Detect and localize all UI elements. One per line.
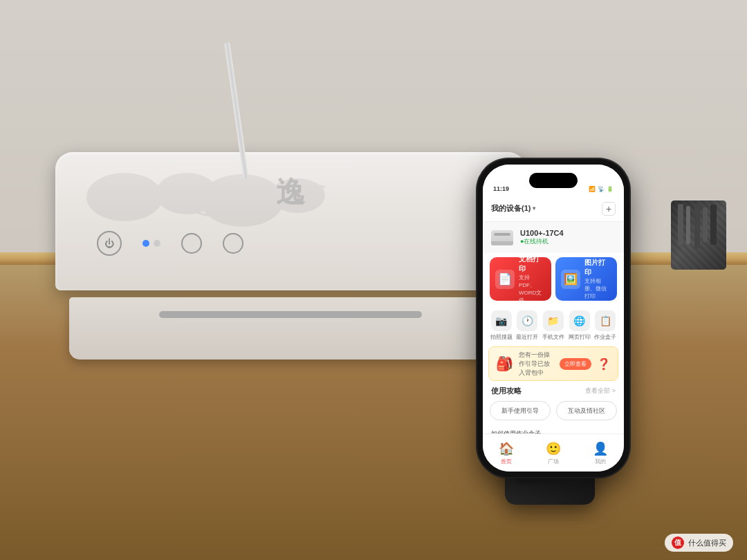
watermark: 值 什么值得买: [665, 534, 733, 552]
watermark-text: 什么值得买: [688, 538, 726, 548]
tool-web-label: 网页打印: [569, 333, 591, 341]
doc-btn-subtitle: 支持PDF、WORD文件: [519, 274, 546, 304]
nav-home[interactable]: 🏠 首页: [499, 441, 514, 465]
plaza-icon: 🙂: [546, 441, 561, 456]
status-icons: 📶 📡 🔋: [589, 186, 614, 192]
add-device-button[interactable]: +: [602, 202, 616, 216]
power-button[interactable]: ⏻: [97, 231, 122, 256]
doc-print-button[interactable]: 📄 文档打印 支持PDF、WORD文件: [490, 257, 551, 301]
svg-point-0: [86, 173, 163, 221]
chevron-down-icon: ▾: [533, 205, 535, 212]
home-icon: 🏠: [499, 441, 514, 456]
photo-print-icon: 🖼️: [561, 270, 580, 289]
printer-base: [69, 297, 512, 360]
homework-icon: 📋: [595, 310, 616, 331]
pen-2: [686, 206, 690, 244]
photo-print-button[interactable]: 🖼️ 图片打印 支持相册、微信打印: [555, 257, 617, 301]
device-selector[interactable]: 我的设备(1) ▾: [491, 203, 535, 214]
pen-5: [710, 205, 717, 245]
wifi-icon: 📡: [598, 186, 605, 192]
tool-camera[interactable]: 📷 拍照搜题: [490, 310, 513, 341]
pen-1: [678, 204, 683, 245]
nav-plaza-label: 广场: [548, 458, 559, 465]
paper-slot: [159, 311, 422, 318]
device-status: ●在线待机: [520, 237, 564, 246]
photo-btn-subtitle: 支持相册、微信打印: [584, 277, 611, 300]
dynamic-island: [529, 173, 578, 188]
phone-screen: 11:19 📶 📡 🔋 我的设备(1) ▾ + U100+-17C4 ●: [483, 165, 624, 472]
files-icon: 📁: [543, 310, 564, 331]
doc-btn-title: 文档打印: [519, 254, 546, 274]
pen-3: [694, 204, 700, 249]
tips-header: 使用攻略 查看全部 >: [491, 386, 616, 396]
nav-plaza[interactable]: 🙂 广场: [546, 441, 561, 465]
tool-web[interactable]: 🌐 网页打印: [569, 310, 591, 341]
action-buttons-row: 📄 文档打印 支持PDF、WORD文件 🖼️ 图片打印 支持相册、微信打印: [483, 253, 624, 305]
battery-icon: 🔋: [607, 186, 614, 192]
web-icon: 🌐: [569, 310, 590, 331]
device-printer-icon: [491, 230, 513, 245]
nav-profile[interactable]: 👤 我的: [593, 441, 608, 465]
device-selector-label: 我的设备(1): [491, 203, 531, 214]
pen-4: [703, 207, 708, 242]
doc-print-icon: 📄: [495, 270, 515, 289]
profile-icon: 👤: [593, 441, 608, 456]
recent-icon: 🕐: [517, 310, 537, 331]
tool-camera-label: 拍照搜题: [490, 333, 513, 341]
tool-recent[interactable]: 🕐 最近打开: [516, 310, 538, 341]
tips-tabs: 新手使用引导 互动及情社区: [490, 401, 617, 420]
tool-homework-label: 作业盒子: [594, 333, 616, 341]
tab-beginner[interactable]: 新手使用引导: [490, 401, 551, 420]
tool-files-label: 手机文件: [542, 333, 564, 341]
printer-controls: ⏻: [97, 231, 243, 256]
app-header: 我的设备(1) ▾ +: [483, 196, 624, 222]
tool-files[interactable]: 📁 手机文件: [542, 310, 564, 341]
device-details: U100+-17C4 ●在线待机: [520, 229, 564, 246]
signal-icon: 📶: [589, 186, 596, 192]
device-name: U100+-17C4: [520, 229, 564, 237]
tool-recent-label: 最近打开: [516, 333, 538, 341]
paper-button[interactable]: [181, 233, 202, 254]
camera-icon: 📷: [491, 310, 512, 331]
tab-community[interactable]: 互动及情社区: [556, 401, 617, 420]
bottom-navigation: 🏠 首页 🙂 广场 👤 我的: [483, 433, 624, 472]
banner-question-icon: ❓: [597, 357, 611, 371]
indicator-led-blue: [142, 240, 149, 247]
smartphone[interactable]: 11:19 📶 📡 🔋 我的设备(1) ▾ + U100+-17C4 ●: [477, 159, 629, 477]
printer-logo: 逸: [276, 173, 305, 212]
photo-btn-text: 图片打印 支持相册、微信打印: [584, 258, 611, 300]
tips-title: 使用攻略: [491, 386, 522, 396]
banner-text: 您有一份操作引导已放入背包中: [519, 351, 554, 377]
pen-holder: [671, 200, 726, 270]
tips-more-link[interactable]: 查看全部 >: [585, 386, 616, 395]
printer-body: 逸 ⏻: [55, 152, 526, 290]
tool-homework[interactable]: 📋 作业盒子: [594, 310, 616, 341]
quick-tools-row: 📷 拍照搜题 🕐 最近打开 📁 手机文件 🌐 网页打印 📋 作业盒子: [483, 305, 624, 346]
banner-view-button[interactable]: 立即查看: [560, 358, 591, 370]
device-info-bar: U100+-17C4 ●在线待机: [483, 222, 624, 253]
nav-profile-label: 我的: [595, 458, 606, 465]
banner-illustration: 🎒: [496, 355, 513, 372]
settings-button[interactable]: [223, 233, 243, 254]
indicator-led-off: [154, 240, 160, 247]
status-time: 11:19: [493, 185, 509, 192]
doc-btn-text: 文档打印 支持PDF、WORD文件: [519, 254, 546, 304]
watermark-icon: 值: [672, 536, 684, 549]
printer: 逸 ⏻: [55, 152, 526, 360]
guide-banner[interactable]: 🎒 您有一份操作引导已放入背包中 立即查看 ❓: [488, 346, 618, 381]
nav-home-label: 首页: [501, 458, 512, 465]
photo-btn-title: 图片打印: [584, 258, 611, 277]
